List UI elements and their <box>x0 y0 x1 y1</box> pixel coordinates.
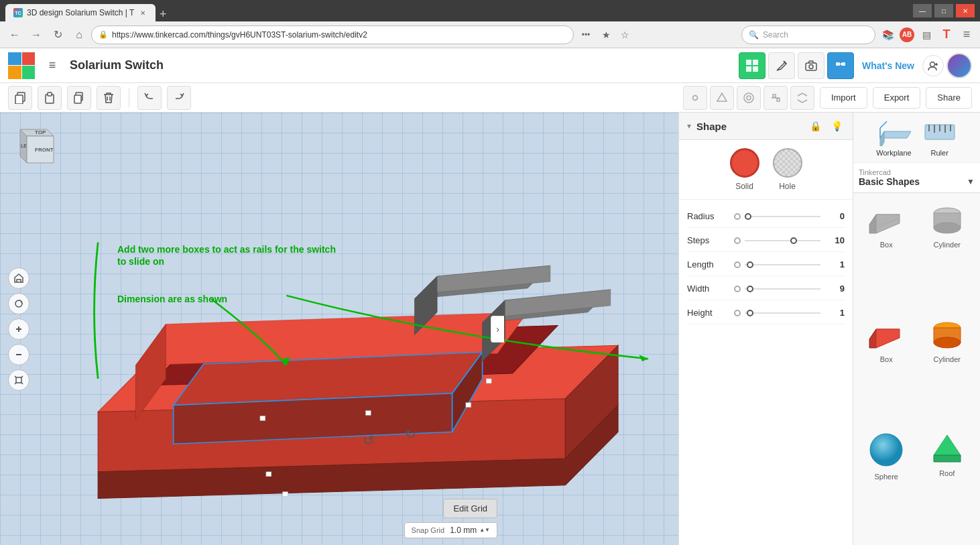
edit-button[interactable] <box>768 52 795 79</box>
type-icon[interactable]: T <box>938 27 955 43</box>
svg-line-68 <box>880 121 887 128</box>
logo-bl <box>8 66 21 79</box>
redo-button[interactable] <box>167 86 191 110</box>
duplicate-button[interactable] <box>67 86 91 110</box>
menu-button[interactable]: ≡ <box>43 56 62 75</box>
library-item-roof[interactable]: Roof <box>920 427 975 540</box>
adblock-icon[interactable]: AB <box>900 27 914 42</box>
reader-icon[interactable]: ▤ <box>918 27 934 43</box>
delete-icon <box>103 92 115 104</box>
flip-tool-icon <box>796 92 808 104</box>
whats-new-button[interactable]: What's New <box>857 60 920 71</box>
steps-label: Steps <box>687 235 734 245</box>
cube-navigator[interactable]: TOP LEFT FRONT <box>13 126 60 173</box>
back-button[interactable]: ← <box>5 25 24 44</box>
length-slider[interactable] <box>734 261 820 268</box>
copy-button[interactable] <box>8 86 32 110</box>
edit-grid-button[interactable]: Edit Grid <box>443 499 497 518</box>
home-button[interactable]: ⌂ <box>70 25 88 44</box>
zoom-out-icon <box>13 349 24 360</box>
zoom-in-button[interactable] <box>8 318 29 340</box>
forward-button[interactable]: → <box>27 25 46 44</box>
align-tool-button[interactable] <box>763 86 788 110</box>
library-item-cyl-gray[interactable]: Cylinder <box>920 198 975 308</box>
steps-dot <box>734 237 741 244</box>
height-track <box>745 312 820 314</box>
radius-slider[interactable] <box>734 213 820 220</box>
workplane-row: Workplane Ruler <box>859 118 975 157</box>
fit-all-button[interactable] <box>8 369 29 391</box>
shape-types: Solid Hole <box>679 140 853 200</box>
close-button[interactable]: ✕ <box>956 4 975 17</box>
minimize-button[interactable]: — <box>913 4 932 17</box>
extensions-icon[interactable]: ≡ <box>959 27 975 43</box>
shape-panel-toggle[interactable]: › <box>491 316 504 343</box>
width-thumb <box>747 286 753 292</box>
flip-tool-button[interactable] <box>790 86 814 110</box>
snap-arrows[interactable]: ▲▼ <box>479 528 490 533</box>
solid-type[interactable]: Solid <box>730 148 759 191</box>
library-item-box-gray[interactable]: Box <box>859 198 914 308</box>
bookmark-icon[interactable]: ★ <box>598 27 614 43</box>
copy-icon <box>14 92 26 104</box>
bookmarks-icon[interactable]: 📚 <box>879 27 896 43</box>
library-name: Basic Shapes <box>859 176 920 187</box>
svg-rect-12 <box>48 93 52 96</box>
library-dropdown[interactable]: Basic Shapes ▼ <box>859 176 975 187</box>
library-header: Tinkercad Basic Shapes ▼ <box>853 163 980 193</box>
new-tab-button[interactable]: + <box>160 7 167 21</box>
steps-track <box>745 240 820 241</box>
grid-view-button[interactable] <box>739 52 765 79</box>
height-slider[interactable] <box>734 310 820 316</box>
library-item-sphere[interactable]: Sphere <box>859 427 914 540</box>
more-button[interactable]: ••• <box>576 25 595 44</box>
chevron-down-icon: ▼ <box>967 177 975 186</box>
shape-tool-button[interactable] <box>710 86 734 110</box>
light-icon <box>689 92 701 104</box>
perspective-button[interactable] <box>8 267 29 289</box>
rotate-button[interactable] <box>8 293 29 314</box>
undo-button[interactable] <box>137 86 162 110</box>
library-item-cyl-orange[interactable]: Cylinder <box>920 313 975 422</box>
workplane-item[interactable]: Workplane <box>876 118 911 157</box>
zoom-out-button[interactable] <box>8 344 29 365</box>
ruler-item[interactable]: Ruler <box>922 118 957 157</box>
search-placeholder: Search <box>763 30 788 40</box>
steps-slider[interactable] <box>734 237 820 244</box>
camera-button[interactable] <box>798 52 824 79</box>
active-tab[interactable]: TC 3D design Solarium Switch | Tinker...… <box>5 4 156 21</box>
svg-point-8 <box>930 62 935 66</box>
snap-control[interactable]: Snap Grid 1.0 mm ▲▼ <box>404 522 497 538</box>
library-item-box-red[interactable]: Box <box>859 313 914 422</box>
object-tool-button[interactable] <box>737 86 761 110</box>
address-bar[interactable]: 🔒 https://www.tinkercad.com/things/gvH6U… <box>91 25 574 44</box>
height-dot <box>734 310 741 316</box>
light-tool-button[interactable] <box>683 86 707 110</box>
svg-rect-22 <box>773 95 776 97</box>
search-icon: 🔍 <box>749 30 759 40</box>
paste-button[interactable] <box>38 86 62 110</box>
width-slider[interactable] <box>734 286 820 292</box>
add-user-button[interactable] <box>922 55 944 76</box>
maximize-button[interactable]: □ <box>934 4 953 17</box>
tab-close-button[interactable]: ✕ <box>138 8 147 17</box>
lock-button[interactable]: 🔒 <box>807 118 823 134</box>
import-button[interactable]: Import <box>820 87 867 109</box>
refresh-button[interactable]: ↻ <box>48 25 67 44</box>
delete-button[interactable] <box>97 86 121 110</box>
export-button[interactable]: Export <box>873 87 921 109</box>
info-button[interactable]: 💡 <box>829 118 845 134</box>
search-box[interactable]: 🔍 Search <box>741 25 875 44</box>
hole-type[interactable]: Hole <box>773 148 802 191</box>
profile-avatar[interactable] <box>946 53 972 78</box>
collaborate-button[interactable] <box>827 52 854 79</box>
shape-params: Radius 0 Steps <box>679 200 853 330</box>
library-item-label-cyl-orange: Cylinder <box>934 355 961 363</box>
share-button[interactable]: Share <box>926 87 972 109</box>
svg-rect-34 <box>260 416 265 420</box>
svg-text:↺: ↺ <box>363 433 375 448</box>
steps-row: Steps 10 <box>687 229 845 252</box>
svg-point-5 <box>809 64 813 68</box>
star-icon[interactable]: ☆ <box>617 27 633 43</box>
viewport[interactable]: ↺ ↻ <box>0 113 678 545</box>
